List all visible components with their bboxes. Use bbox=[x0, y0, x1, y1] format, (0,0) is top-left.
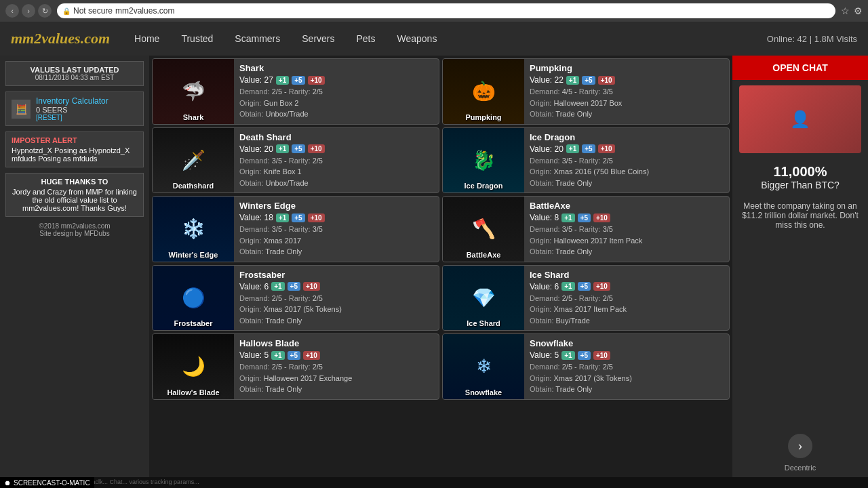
weapon-icon: 🐉 bbox=[453, 140, 514, 180]
v10-badge: +10 bbox=[303, 282, 320, 291]
weapon-name-label: Pumpking bbox=[465, 113, 501, 121]
open-chat-button[interactable]: OPEN CHAT bbox=[732, 56, 868, 80]
weapon-title: Death Shard bbox=[239, 132, 433, 142]
values-updated-box: VALUES LAST UPDATED 08/11/2018 04:33 am … bbox=[5, 61, 144, 86]
weapon-card[interactable]: 🎃 Pumpking Pumpking Value: 22 +1 +5 +10 … bbox=[442, 58, 730, 125]
back-button[interactable]: ‹ bbox=[5, 4, 19, 18]
weapon-name-label: Shark bbox=[183, 113, 204, 121]
weapon-card[interactable]: 🐉 Ice Dragon Ice Dragon Value: 20 +1 +5 … bbox=[442, 127, 730, 194]
demand-stat: Demand: 3/5 - Rarity: 2/5 bbox=[530, 155, 724, 167]
obtain-stat: Obtain: Trade Only bbox=[239, 384, 433, 395]
weapon-card[interactable]: ❄ Snowflake Snowflake Value: 5 +1 +5 +10… bbox=[442, 333, 730, 400]
nav-home[interactable]: Home bbox=[123, 22, 170, 56]
weapon-card[interactable]: 💎 Ice Shard Ice Shard Value: 6 +1 +5 +10… bbox=[442, 265, 730, 331]
weapon-image-area: ❄ Snowflake bbox=[443, 334, 524, 399]
site-logo[interactable]: mm2values.com bbox=[11, 30, 110, 47]
bookmark-icon[interactable]: ☆ bbox=[841, 5, 850, 16]
ad-sponsor-label: Decentric bbox=[785, 464, 816, 472]
weapon-image-area: 🪓 BattleAxe bbox=[443, 197, 524, 262]
nav-pets[interactable]: Pets bbox=[346, 22, 387, 56]
nav-scammers[interactable]: Scammers bbox=[224, 22, 291, 56]
nav-servers[interactable]: Servers bbox=[291, 22, 345, 56]
weapon-image-area: 🗡️ Deathshard bbox=[153, 128, 234, 193]
demand-stat: Demand: 2/5 - Rarity: 2/5 bbox=[530, 293, 724, 304]
weapons-grid: 🦈 Shark Shark Value: 27 +1 +5 +10 Demand… bbox=[152, 58, 730, 400]
screencast-label: SCREENCAST-O-MATIC bbox=[14, 479, 90, 487]
weapon-info: Winters Edge Value: 18 +1 +5 +10 Demand:… bbox=[234, 197, 439, 262]
weapon-icon: 🎃 bbox=[453, 71, 514, 112]
inventory-calculator-box[interactable]: 🧮 Inventory Calculator 0 SEERS [RESET] bbox=[5, 92, 144, 126]
content-area[interactable]: 🦈 Shark Shark Value: 27 +1 +5 +10 Demand… bbox=[149, 56, 732, 477]
huge-thanks-body: Jordy and Crazy from MMP for linking the… bbox=[12, 188, 138, 212]
values-updated-title: VALUES LAST UPDATED bbox=[10, 66, 139, 74]
v10-badge: +10 bbox=[598, 144, 615, 153]
ad-next-button[interactable]: › bbox=[788, 434, 812, 458]
value-label: Value: 6 bbox=[530, 282, 559, 291]
origin-stat: Origin: Xmas 2017 Item Pack bbox=[530, 304, 724, 315]
weapon-info: Ice Shard Value: 6 +1 +5 +10 Demand: 2/5… bbox=[524, 266, 729, 331]
forward-button[interactable]: › bbox=[22, 4, 35, 18]
weapon-info: Pumpking Value: 22 +1 +5 +10 Demand: 4/5… bbox=[524, 59, 729, 124]
value-label: Value: 5 bbox=[530, 350, 559, 360]
weapon-icon: 🪓 bbox=[453, 209, 514, 249]
v5-badge: +5 bbox=[288, 351, 300, 360]
extension-icon[interactable]: ⚙ bbox=[854, 5, 863, 16]
weapon-icon: 🗡️ bbox=[163, 140, 224, 180]
weapon-info: Snowflake Value: 5 +1 +5 +10 Demand: 2/5… bbox=[524, 334, 729, 399]
origin-stat: Origin: Xmas 2016 (750 Blue Coins) bbox=[530, 166, 724, 178]
ad-image: 👤 bbox=[739, 85, 861, 153]
nav-weapons[interactable]: Weapons bbox=[387, 22, 448, 56]
v1-badge: +1 bbox=[561, 282, 574, 291]
origin-stat: Origin: Halloween 2017 Box bbox=[530, 98, 724, 109]
browser-chrome: ‹ › ↻ 🔒 Not secure mm2values.com ☆ ⚙ bbox=[0, 0, 868, 22]
v5-badge: +5 bbox=[288, 282, 300, 291]
origin-stat: Origin: Knife Box 1 bbox=[239, 166, 433, 178]
weapon-icon: 🌙 bbox=[163, 346, 224, 387]
weapon-card[interactable]: 🗡️ Deathshard Death Shard Value: 20 +1 +… bbox=[152, 127, 439, 194]
v10-badge: +10 bbox=[593, 214, 610, 222]
weapon-card[interactable]: 🔵 Frostsaber Frostsaber Value: 6 +1 +5 +… bbox=[152, 265, 439, 331]
weapon-card[interactable]: 🌙 Hallow's Blade Hallows Blade Value: 5 … bbox=[152, 333, 439, 400]
weapon-card[interactable]: ❄️ Winter's Edge Winters Edge Value: 18 … bbox=[152, 196, 439, 262]
weapon-icon: 💎 bbox=[453, 277, 514, 318]
weapon-value-row: Value: 6 +1 +5 +10 bbox=[530, 282, 724, 291]
origin-stat: Origin: Halloween 2017 Item Pack bbox=[530, 235, 724, 247]
weapon-title: Frostsaber bbox=[239, 270, 433, 280]
v10-badge: +10 bbox=[308, 76, 325, 85]
obtain-stat: Obtain: Trade Only bbox=[239, 246, 433, 258]
weapon-icon: 🦈 bbox=[163, 71, 224, 112]
url-text: mm2values.com bbox=[115, 6, 174, 16]
footer-copyright: ©2018 mm2values.com bbox=[5, 222, 144, 230]
reset-button[interactable]: [RESET] bbox=[36, 114, 108, 121]
weapon-card[interactable]: 🦈 Shark Shark Value: 27 +1 +5 +10 Demand… bbox=[152, 58, 439, 125]
url-bar[interactable]: 🔒 Not secure mm2values.com bbox=[57, 3, 835, 18]
seers-count: 0 SEERS bbox=[36, 106, 108, 114]
weapon-card[interactable]: 🪓 BattleAxe BattleAxe Value: 8 +1 +5 +10… bbox=[442, 196, 730, 262]
demand-stat: Demand: 3/5 - Rarity: 2/5 bbox=[239, 155, 433, 167]
obtain-stat: Obtain: Unbox/Trade bbox=[239, 108, 433, 120]
weapon-image-area: 🌙 Hallow's Blade bbox=[153, 334, 234, 399]
obtain-stat: Obtain: Trade Only bbox=[530, 108, 724, 120]
obtain-stat: Obtain: Unbox/Trade bbox=[239, 178, 433, 189]
weapon-name-label: Frostsaber bbox=[174, 319, 213, 327]
nav-links: Home Trusted Scammers Servers Pets Weapo… bbox=[123, 22, 448, 56]
refresh-button[interactable]: ↻ bbox=[38, 4, 52, 18]
weapon-image-area: 🐉 Ice Dragon bbox=[443, 128, 524, 193]
obtain-stat: Obtain: Trade Only bbox=[530, 178, 724, 189]
weapon-name-label: BattleAxe bbox=[467, 251, 501, 259]
weapon-icon: ❄ bbox=[453, 346, 514, 387]
weapon-icon: 🔵 bbox=[163, 277, 224, 318]
nav-trusted[interactable]: Trusted bbox=[170, 22, 224, 56]
demand-stat: Demand: 2/5 - Rarity: 2/5 bbox=[239, 293, 433, 304]
ad-big-text: 11,000% Bigger Than BTC? bbox=[755, 159, 845, 196]
ad-percentage: 11,000% bbox=[761, 164, 840, 180]
v5-badge: +5 bbox=[582, 144, 595, 153]
right-panel: OPEN CHAT 👤 11,000% Bigger Than BTC? Mee… bbox=[732, 56, 868, 477]
v10-badge: +10 bbox=[308, 214, 325, 222]
v5-badge: +5 bbox=[292, 214, 304, 222]
online-count: Online: 42 | 1.8M Visits bbox=[767, 34, 857, 44]
weapon-title: Winters Edge bbox=[239, 201, 433, 211]
weapon-info: Ice Dragon Value: 20 +1 +5 +10 Demand: 3… bbox=[524, 128, 729, 193]
weapon-name-label: Hallow's Blade bbox=[167, 388, 219, 396]
footer-design: Site design by MFDubs bbox=[5, 230, 144, 237]
